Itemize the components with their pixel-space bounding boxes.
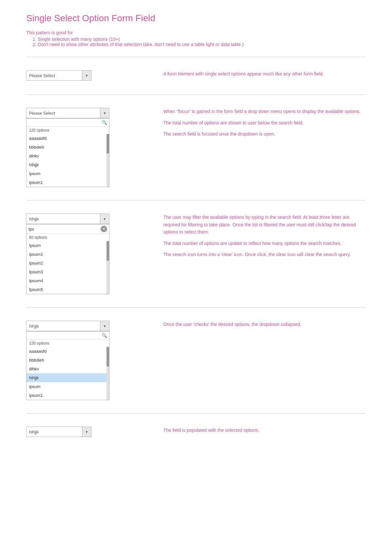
page-title: Single Select Option Form Field <box>26 13 366 24</box>
options-list-4: aaaaasfd bbbdieh dihkv hihjjk ipsum ipsu… <box>26 347 106 400</box>
scrollbar-track-3[interactable] <box>106 241 109 294</box>
select-text-1: Please Select <box>26 73 82 78</box>
search-icon-4[interactable]: 🔍 <box>102 333 107 338</box>
section-5: hihjjk ▼ The field is populated with the… <box>26 413 366 451</box>
search-row-3: ✕ <box>26 224 109 234</box>
dropdown-arrow-4[interactable]: ▼ <box>100 321 109 331</box>
option-item[interactable]: ipsum <box>26 169 106 178</box>
options-count-4: 120 options <box>26 340 109 347</box>
options-list-wrapper-3: Ipsum Ipsum1 Ipsum2 Ipsum3 Ipsum4 Ipsum5 <box>26 241 109 294</box>
search-input-4[interactable] <box>28 333 102 338</box>
select-field-4[interactable]: hihjjk ▼ <box>26 321 109 331</box>
scrollbar-track-2[interactable] <box>106 134 109 187</box>
dropdown-panel-4: 🔍 120 options aaaaasfd bbbdieh dihkv hih… <box>26 331 109 400</box>
dropdown-arrow-5[interactable]: ▼ <box>82 427 91 437</box>
section-3: hihjjk ▼ ✕ 60 options Ipsum Ipsum1 Ipsum… <box>26 200 366 307</box>
option-item[interactable]: aaaaasfd <box>26 134 106 143</box>
search-input-2[interactable] <box>28 120 102 125</box>
section-2: Please Select ▼ 🔍 120 options aaaaasfd b… <box>26 94 366 200</box>
select-text-5: hihjjk <box>26 430 82 434</box>
dropdown-panel-3: ✕ 60 options Ipsum Ipsum1 Ipsum2 Ipsum3 … <box>26 224 109 294</box>
search-input-3[interactable] <box>28 227 101 232</box>
option-item-selected[interactable]: hihjjk <box>26 373 106 382</box>
select-wrapper-4: hihjjk ▼ 🔍 120 options aaaaasfd bbbdieh … <box>26 321 109 400</box>
option-item[interactable]: Ipsum5 <box>26 285 106 294</box>
section-2-desc-1: When "focus" is gained in the form field… <box>163 108 366 115</box>
select-field-5[interactable]: hihjjk ▼ <box>26 427 91 437</box>
section-1-desc-1: A form element with single select option… <box>163 70 366 77</box>
option-item[interactable]: Ipsum <box>26 241 106 250</box>
section-2-right: When "focus" is gained in the form field… <box>163 108 366 187</box>
intro-list: 1. Single selection with many options (1… <box>33 37 366 47</box>
section-2-desc-3: The search field is focused once the dro… <box>163 130 366 138</box>
good-for-label: This pattern is good for <box>26 30 366 35</box>
select-text-4: hihjjk <box>26 324 100 329</box>
option-item[interactable]: ipsum1 <box>26 178 106 187</box>
option-item[interactable]: ipsum <box>26 382 106 391</box>
scrollbar-thumb-2[interactable] <box>106 134 109 154</box>
section-2-desc-2: The total number of options are shown to… <box>163 119 366 126</box>
option-item[interactable]: dihkv <box>26 365 106 373</box>
select-field-3[interactable]: hihjjk ▼ <box>26 214 109 224</box>
options-list-3: Ipsum Ipsum1 Ipsum2 Ipsum3 Ipsum4 Ipsum5 <box>26 241 106 294</box>
section-4-desc-1: Once the user 'checks' the desired optio… <box>163 321 366 328</box>
option-item[interactable]: Ipsum3 <box>26 268 106 276</box>
section-3-left: hihjjk ▼ ✕ 60 options Ipsum Ipsum1 Ipsum… <box>26 214 150 294</box>
search-icon-2[interactable]: 🔍 <box>102 120 107 125</box>
option-item[interactable]: Ipsum2 <box>26 259 106 268</box>
options-count-2: 120 options <box>26 127 109 134</box>
scrollbar-track-4[interactable] <box>106 347 109 400</box>
option-item[interactable]: dihkv <box>26 152 106 160</box>
option-item[interactable]: hihjjk <box>26 160 106 169</box>
dropdown-arrow-2[interactable]: ▼ <box>100 108 109 118</box>
select-wrapper-3: hihjjk ▼ ✕ 60 options Ipsum Ipsum1 Ipsum… <box>26 214 109 294</box>
search-row-2: 🔍 <box>26 119 109 127</box>
dropdown-arrow-3[interactable]: ▼ <box>100 214 109 224</box>
section-3-desc-3: The search icon turns into a 'clear' ico… <box>163 251 366 258</box>
section-5-left: hihjjk ▼ <box>26 427 150 438</box>
section-4-left: hihjjk ▼ 🔍 120 options aaaaasfd bbbdieh … <box>26 321 150 400</box>
option-item[interactable]: bbbdieh <box>26 143 106 152</box>
option-item[interactable]: bbbdieh <box>26 356 106 365</box>
section-4-right: Once the user 'checks' the desired optio… <box>163 321 366 400</box>
intro-list-item-2: 2. Don't need to show other attributes o… <box>33 42 366 47</box>
section-5-desc-1: The field is populated with the selected… <box>163 427 366 434</box>
options-count-3: 60 options <box>26 234 109 241</box>
scrollbar-thumb-4[interactable] <box>106 347 109 366</box>
option-item[interactable]: aaaaasfd <box>26 347 106 356</box>
option-item[interactable]: ipsum1 <box>26 391 106 400</box>
section-1-right: A form element with single select option… <box>163 70 366 81</box>
select-wrapper-2: Please Select ▼ 🔍 120 options aaaaasfd b… <box>26 108 109 187</box>
section-5-right: The field is populated with the selected… <box>163 427 366 438</box>
options-list-wrapper-2: aaaaasfd bbbdieh dihkv hihjjk ipsum ipsu… <box>26 134 109 187</box>
section-1: Please Select ▼ A form element with sing… <box>26 57 366 94</box>
section-4: hihjjk ▼ 🔍 120 options aaaaasfd bbbdieh … <box>26 307 366 413</box>
select-field-1[interactable]: Please Select ▼ <box>26 70 91 81</box>
page-container: Single Select Option Form Field This pat… <box>0 0 392 464</box>
search-row-4: 🔍 <box>26 332 109 340</box>
section-3-right: The user may filter the available option… <box>163 214 366 294</box>
intro-list-item-1: 1. Single selection with many options (1… <box>33 37 366 42</box>
select-text-2: Please Select <box>26 111 100 116</box>
option-item[interactable]: Ipsum4 <box>26 276 106 285</box>
scrollbar-thumb-3[interactable] <box>106 241 109 261</box>
clear-icon-3[interactable]: ✕ <box>101 226 107 232</box>
dropdown-panel-2: 🔍 120 options aaaaasfd bbbdieh dihkv hih… <box>26 118 109 187</box>
section-3-desc-1: The user may filter the available option… <box>163 214 366 235</box>
intro-section: This pattern is good for 1. Single selec… <box>26 30 366 47</box>
option-item[interactable]: Ipsum1 <box>26 250 106 259</box>
section-1-left: Please Select ▼ <box>26 70 150 81</box>
select-field-2[interactable]: Please Select ▼ <box>26 108 109 118</box>
select-text-3: hihjjk <box>26 217 100 221</box>
section-3-desc-2: The total number of options are update t… <box>163 240 366 247</box>
dropdown-arrow-1[interactable]: ▼ <box>82 71 91 80</box>
section-2-left: Please Select ▼ 🔍 120 options aaaaasfd b… <box>26 108 150 187</box>
options-list-wrapper-4: aaaaasfd bbbdieh dihkv hihjjk ipsum ipsu… <box>26 347 109 400</box>
options-list-2: aaaaasfd bbbdieh dihkv hihjjk ipsum ipsu… <box>26 134 106 187</box>
